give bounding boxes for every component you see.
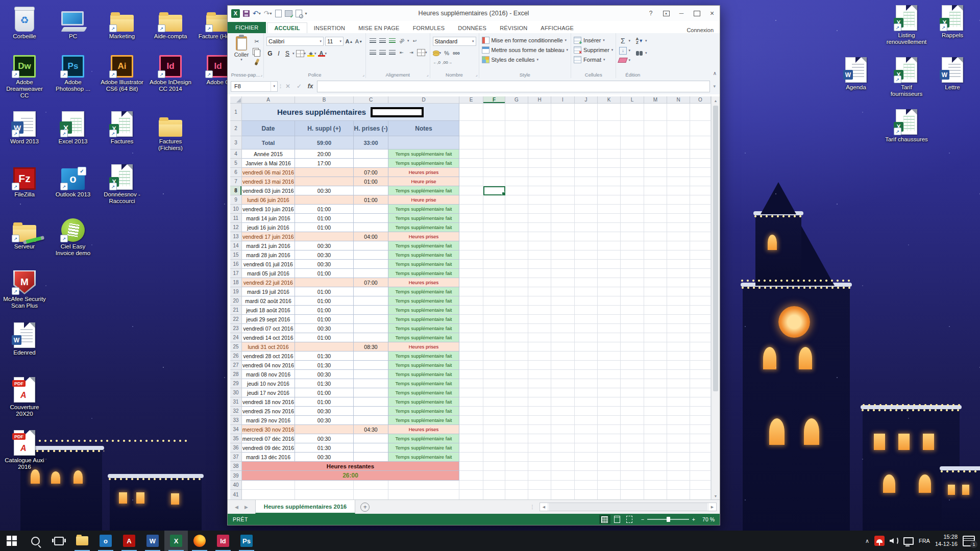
cell-E29[interactable] bbox=[459, 379, 483, 388]
cell-O20[interactable] bbox=[690, 296, 711, 306]
cell-I23[interactable] bbox=[551, 324, 575, 333]
row-header-19[interactable]: 19 bbox=[230, 287, 242, 296]
cell-L8[interactable] bbox=[621, 186, 644, 195]
col-header-K[interactable]: K bbox=[598, 96, 621, 104]
cell-L5[interactable] bbox=[621, 159, 644, 168]
cell-N40[interactable] bbox=[667, 481, 690, 490]
row-header-20[interactable]: 20 bbox=[230, 296, 242, 306]
cell-A5[interactable]: Janvier à Mai 2016 bbox=[242, 159, 295, 168]
cell-D37[interactable]: Temps supplémentaire fait bbox=[388, 453, 459, 462]
cell-C11[interactable] bbox=[354, 214, 388, 223]
cell-C37[interactable] bbox=[354, 453, 388, 462]
cell-O34[interactable] bbox=[690, 425, 711, 434]
cell-F41[interactable] bbox=[483, 490, 505, 500]
cell-L1[interactable] bbox=[621, 104, 644, 121]
col-header-J[interactable]: J bbox=[575, 96, 598, 104]
row-header-22[interactable]: 22 bbox=[230, 315, 242, 324]
cell-H13[interactable] bbox=[528, 232, 551, 241]
cell-I25[interactable] bbox=[551, 342, 575, 352]
desktop-icon-edenred[interactable]: WEdenred bbox=[3, 322, 46, 356]
cell-N19[interactable] bbox=[667, 287, 690, 296]
cell-O19[interactable] bbox=[690, 287, 711, 296]
ribbon-tab-donn-es[interactable]: DONNÉES bbox=[451, 23, 493, 33]
cell-K38[interactable] bbox=[598, 462, 621, 471]
align-top-icon[interactable] bbox=[369, 37, 377, 45]
cell-K30[interactable] bbox=[598, 388, 621, 397]
orientation-icon[interactable]: ab bbox=[396, 35, 408, 47]
cell-N16[interactable] bbox=[667, 260, 690, 269]
save-icon[interactable] bbox=[243, 10, 250, 17]
cell-K19[interactable] bbox=[598, 287, 621, 296]
sheet-tab[interactable]: Heures supplémentaires 2016 bbox=[255, 500, 355, 514]
col-header-N[interactable]: N bbox=[667, 96, 690, 104]
cell-F1[interactable] bbox=[483, 104, 505, 121]
font-size-select[interactable]: 11▾ bbox=[325, 37, 344, 46]
cell-B37[interactable]: 00:30 bbox=[295, 453, 354, 462]
cell-B19[interactable]: 01:00 bbox=[295, 287, 354, 296]
cell-K8[interactable] bbox=[598, 186, 621, 195]
ribbon-tab-formules[interactable]: FORMULES bbox=[406, 23, 452, 33]
row-header-39[interactable]: 39 bbox=[230, 471, 242, 481]
cell-B23[interactable]: 00:30 bbox=[295, 324, 354, 333]
cell-D10[interactable]: Temps supplémentaire fait bbox=[388, 205, 459, 214]
cell-H26[interactable] bbox=[528, 352, 551, 361]
taskbar-app-word[interactable]: W bbox=[141, 531, 164, 551]
cell-O15[interactable] bbox=[690, 251, 711, 260]
accounting-format-icon[interactable]: ▾ bbox=[433, 49, 442, 57]
cell-F6[interactable] bbox=[483, 168, 505, 177]
name-box[interactable]: F8▾ bbox=[231, 81, 278, 92]
cell-F13[interactable] bbox=[483, 232, 505, 241]
total-plus[interactable]: 59:00 bbox=[295, 136, 354, 149]
cell-E2[interactable] bbox=[459, 121, 483, 136]
cell-O14[interactable] bbox=[690, 241, 711, 251]
cell-M27[interactable] bbox=[644, 361, 667, 370]
cell-N9[interactable] bbox=[667, 195, 690, 205]
cell-C14[interactable] bbox=[354, 241, 388, 251]
cell-L7[interactable] bbox=[621, 177, 644, 186]
cell-N1[interactable] bbox=[667, 104, 690, 121]
vertical-scroll-thumb[interactable] bbox=[713, 106, 718, 391]
cell-J30[interactable] bbox=[575, 388, 598, 397]
cell-D21[interactable]: Temps supplémentaire fait bbox=[388, 306, 459, 315]
cell-L38[interactable] bbox=[621, 462, 644, 471]
cell-A10[interactable]: vendredi 10 juin 2016 bbox=[242, 205, 295, 214]
cell-A20[interactable]: mardi 02 août 2016 bbox=[242, 296, 295, 306]
cell-B4[interactable]: 20:00 bbox=[295, 149, 354, 159]
cell-L3[interactable] bbox=[621, 136, 644, 149]
cell-D15[interactable]: Temps supplémentaire fait bbox=[388, 251, 459, 260]
cell-J5[interactable] bbox=[575, 159, 598, 168]
cell-J2[interactable] bbox=[575, 121, 598, 136]
cell-I17[interactable] bbox=[551, 269, 575, 278]
cell-E38[interactable] bbox=[459, 462, 483, 471]
cell-C15[interactable] bbox=[354, 251, 388, 260]
cell-G2[interactable] bbox=[505, 121, 528, 136]
cell-H12[interactable] bbox=[528, 223, 551, 232]
cell-G12[interactable] bbox=[505, 223, 528, 232]
cell-F17[interactable] bbox=[483, 269, 505, 278]
cell-B41[interactable] bbox=[295, 490, 354, 500]
cell-I22[interactable] bbox=[551, 315, 575, 324]
horizontal-scroll-thumb[interactable] bbox=[549, 503, 707, 511]
cell-J27[interactable] bbox=[575, 361, 598, 370]
cell-H4[interactable] bbox=[528, 149, 551, 159]
cell-G14[interactable] bbox=[505, 241, 528, 251]
table-title-cell[interactable]: Heures supplémentaires bbox=[242, 104, 459, 121]
row-header-31[interactable]: 31 bbox=[230, 397, 242, 407]
cell-M10[interactable] bbox=[644, 205, 667, 214]
ribbon-tab-fichier[interactable]: FICHIER bbox=[228, 22, 266, 33]
task-view-button[interactable] bbox=[47, 531, 70, 551]
cell-G1[interactable] bbox=[505, 104, 528, 121]
remaining-hours-label-cell[interactable]: Heures restantes bbox=[242, 462, 459, 471]
cell-F25[interactable] bbox=[483, 342, 505, 352]
cell-A13[interactable]: vendredi 17 juin 2016 bbox=[242, 232, 295, 241]
cell-N32[interactable] bbox=[667, 407, 690, 416]
cell-A21[interactable]: jeudi 18 août 2016 bbox=[242, 306, 295, 315]
cell-E37[interactable] bbox=[459, 453, 483, 462]
table-header-date[interactable]: Date bbox=[242, 121, 295, 136]
cell-A28[interactable]: mardi 08 nov 2016 bbox=[242, 370, 295, 379]
fill-color-icon[interactable]: ◈▾ bbox=[307, 49, 316, 58]
cell-H40[interactable] bbox=[528, 481, 551, 490]
cell-O17[interactable] bbox=[690, 269, 711, 278]
desktop-icon-mcafee-security-scan-plus[interactable]: M↗McAfee Security Scan Plus bbox=[3, 269, 46, 309]
quick-print-icon[interactable] bbox=[285, 10, 292, 17]
